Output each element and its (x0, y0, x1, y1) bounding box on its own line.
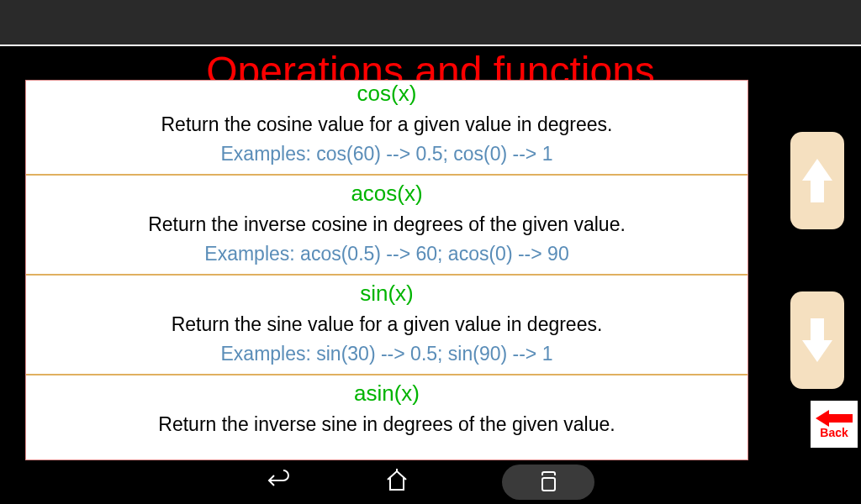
function-description: Return the inverse cosine in degrees of … (26, 213, 747, 236)
arrow-up-icon (800, 155, 834, 206)
status-bar (0, 0, 861, 46)
svg-rect-3 (542, 478, 555, 491)
back-label: Back (820, 426, 848, 439)
function-name: cos(x) (26, 81, 747, 107)
content-area: Operations and functions cos(x) Return t… (0, 48, 861, 460)
function-name: acos(x) (26, 181, 747, 207)
function-description: Return the sine value for a given value … (26, 313, 747, 336)
scroll-down-button[interactable] (790, 291, 844, 389)
function-entry[interactable]: asin(x) Return the inverse sine in degre… (26, 375, 747, 444)
function-name: asin(x) (26, 381, 747, 407)
function-entry[interactable]: acos(x) Return the inverse cosine in deg… (26, 176, 747, 276)
function-entry[interactable]: sin(x) Return the sine value for a given… (26, 276, 747, 375)
function-examples: Examples: cos(60) --> 0.5; cos(0) --> 1 (26, 143, 747, 165)
back-arrow-icon (816, 409, 853, 428)
nav-recent-button[interactable] (502, 465, 594, 500)
function-description: Return the inverse sine in degrees of th… (26, 413, 747, 436)
function-examples: Examples: acos(0.5) --> 60; acos(0) --> … (26, 243, 747, 265)
nav-back-button[interactable] (267, 468, 292, 496)
svg-marker-2 (816, 410, 853, 427)
function-entry[interactable]: cos(x) Return the cosine value for a giv… (26, 81, 747, 176)
function-name: sin(x) (26, 281, 747, 307)
scroll-up-button[interactable] (790, 132, 844, 229)
function-examples: Examples: sin(30) --> 0.5; sin(90) --> 1 (26, 343, 747, 365)
svg-marker-1 (802, 318, 832, 362)
functions-list[interactable]: cos(x) Return the cosine value for a giv… (25, 80, 748, 460)
svg-marker-0 (802, 159, 832, 202)
back-icon (267, 468, 292, 493)
nav-bar (0, 460, 861, 504)
nav-home-button[interactable] (384, 468, 409, 496)
home-icon (384, 468, 409, 493)
recent-apps-icon (536, 470, 561, 495)
function-description: Return the cosine value for a given valu… (26, 113, 747, 136)
back-button[interactable]: Back (811, 401, 858, 448)
arrow-down-icon (800, 315, 834, 365)
